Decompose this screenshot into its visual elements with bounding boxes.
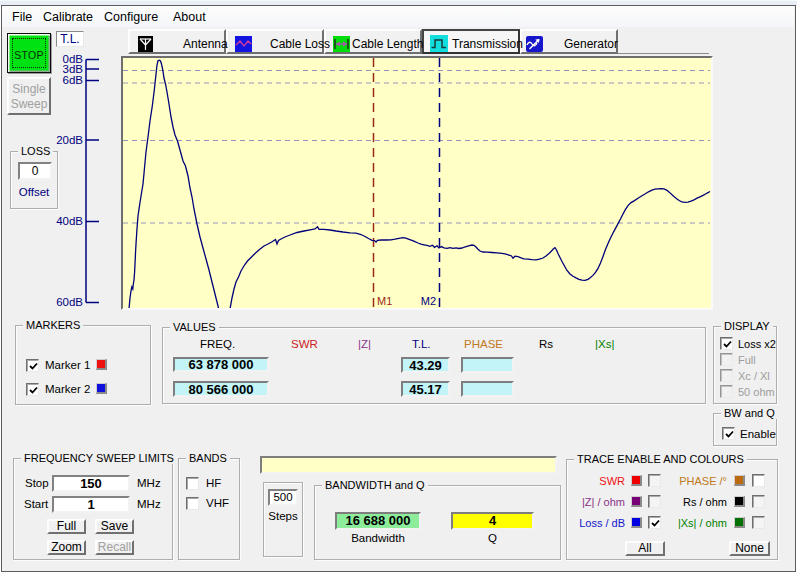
- svg-text:M1: M1: [377, 295, 392, 307]
- svg-text:M2: M2: [421, 295, 436, 307]
